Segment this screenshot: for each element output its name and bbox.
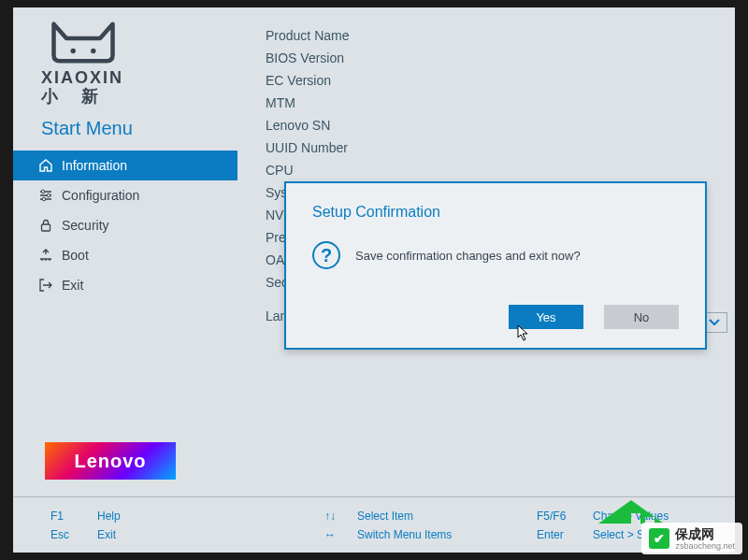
field-lenovo-sn: Lenovo SN xyxy=(266,114,716,136)
menu-label: Security xyxy=(62,218,109,233)
svg-point-0 xyxy=(71,49,76,53)
field-mtm: MTM xyxy=(266,92,716,114)
no-button[interactable]: No xyxy=(604,305,679,329)
menu-label: Exit xyxy=(62,278,83,293)
menu-item-exit[interactable]: Exit xyxy=(13,270,237,300)
lock-icon xyxy=(37,217,54,234)
svg-point-2 xyxy=(41,190,45,194)
key-esc: Esc xyxy=(50,528,79,541)
menu-item-information[interactable]: Information xyxy=(13,151,237,180)
field-cpu: CPU xyxy=(266,159,716,181)
menu-label: Boot xyxy=(62,248,89,263)
dialog-title: Setup Confirmation xyxy=(312,204,679,221)
key-f1: F1 xyxy=(50,510,79,523)
label-exit: Exit xyxy=(97,528,116,541)
shield-icon: ✔ xyxy=(649,528,669,549)
boot-icon xyxy=(37,247,54,264)
mouse-cursor-icon xyxy=(517,324,530,341)
menu-label: Configuration xyxy=(62,188,139,203)
menu-item-configuration[interactable]: Configuration xyxy=(13,180,237,210)
sidebar: XIAOXIN 小 新 Start Menu Information Confi… xyxy=(13,7,237,496)
field-uuid: UUID Number xyxy=(266,136,716,159)
svg-point-1 xyxy=(91,49,95,53)
brand-logo: XIAOXIN 小 新 xyxy=(13,7,237,112)
field-ec-version: EC Version xyxy=(266,69,716,92)
key-enter: Enter xyxy=(537,528,574,541)
exit-icon xyxy=(37,277,54,294)
svg-point-3 xyxy=(47,194,50,197)
menu-item-security[interactable]: Security xyxy=(13,210,237,240)
menu-label: Information xyxy=(62,158,127,173)
updown-arrow-icon: ↑↓ xyxy=(322,510,338,523)
label-switch-menu: Switch Menu Items xyxy=(357,528,452,541)
lenovo-logo: Lenovo xyxy=(45,442,176,480)
label-select-item: Select Item xyxy=(357,510,413,523)
watermark: ✔ 保成网 zsbaocheng.net xyxy=(641,523,742,554)
question-icon: ? xyxy=(312,241,340,269)
menu-title: Start Menu xyxy=(13,112,237,151)
svg-rect-5 xyxy=(42,224,50,231)
label-help: Help xyxy=(97,510,121,523)
sliders-icon xyxy=(37,187,54,204)
menu-item-boot[interactable]: Boot xyxy=(13,240,237,270)
chevron-down-icon xyxy=(708,318,721,327)
key-f5f6: F5/F6 xyxy=(537,510,574,523)
leftright-arrow-icon: ↔ xyxy=(322,528,338,541)
svg-point-4 xyxy=(42,197,46,201)
field-product-name: Product Name xyxy=(266,24,716,47)
home-icon xyxy=(37,157,54,174)
confirmation-dialog: Setup Confirmation ? Save confirmation c… xyxy=(284,181,707,350)
brand-text-cn: 小 新 xyxy=(41,85,209,108)
dialog-message: Save confirmation changes and exit now? xyxy=(355,249,581,263)
watermark-name: 保成网 xyxy=(675,526,714,541)
xiaoxin-cat-icon xyxy=(41,17,125,68)
watermark-url: zsbaocheng.net xyxy=(675,541,735,551)
main-menu: Information Configuration Security xyxy=(13,151,237,300)
field-bios-version: BIOS Version xyxy=(266,47,716,69)
